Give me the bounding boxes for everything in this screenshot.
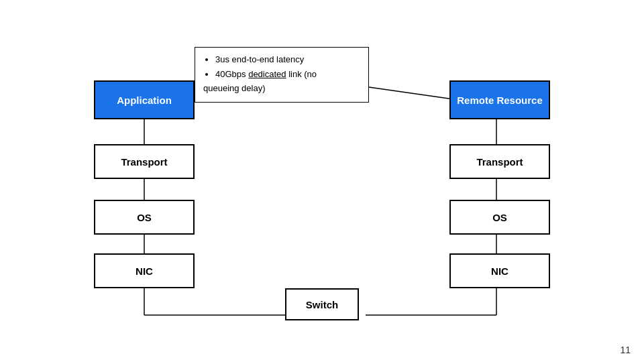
tooltip-line2: 40Gbps dedicated link (no xyxy=(215,68,360,81)
right-transport-box: Transport xyxy=(449,144,550,179)
page-number: 11 xyxy=(620,345,631,355)
tooltip-line1: 3us end-to-end latency xyxy=(215,53,360,66)
tooltip-box: 3us end-to-end latency 40Gbps dedicated … xyxy=(195,47,369,103)
left-transport-box: Transport xyxy=(94,144,195,179)
right-application-box: Remote Resource xyxy=(449,80,550,119)
right-os-box: OS xyxy=(449,200,550,235)
switch-box: Switch xyxy=(285,288,359,320)
diagram-container: 3us end-to-end latency 40Gbps dedicated … xyxy=(54,27,590,335)
right-nic-box: NIC xyxy=(449,253,550,288)
left-os-box: OS xyxy=(94,200,195,235)
svg-line-1 xyxy=(369,87,463,101)
left-nic-box: NIC xyxy=(94,253,195,288)
left-application-box: Application xyxy=(94,80,195,119)
tooltip-line3: queueing delay) xyxy=(203,82,360,95)
